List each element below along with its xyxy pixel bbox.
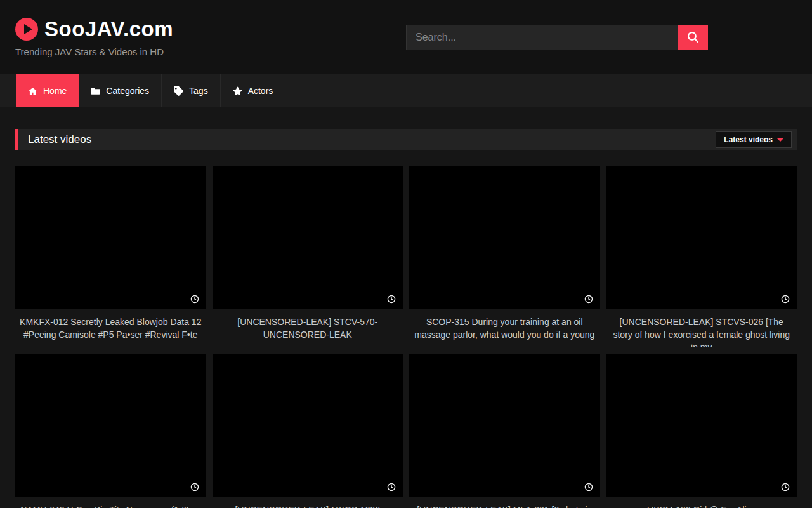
clock-icon [190,295,199,304]
site-tagline: Trending JAV Stars & Videos in HD [15,46,406,57]
clock-icon [190,483,199,491]
search-bar [406,25,708,50]
clock-icon [584,483,593,491]
site-header: SooJAV.com Trending JAV Stars & Videos i… [0,0,812,74]
home-icon [28,86,37,96]
caret-down-icon [777,138,783,142]
video-title[interactable]: KMKFX-012 Secretly Leaked Blowjob Data 1… [15,309,206,347]
nav-item-label: Categories [106,86,149,96]
clock-icon [781,295,790,304]
video-title[interactable]: [UNCENSORED-LEAK] MXGS-1296 Absolutely [213,497,403,508]
video-card: [UNCENSORED-LEAK] MXGS-1296 Absolutely [213,354,403,508]
nav-item-actors[interactable]: Actors [221,74,286,107]
tag-icon [174,86,183,96]
video-card: UPSM-186 Girl @ Era Alice [606,354,797,508]
nav-item-label: Actors [248,86,273,96]
video-thumbnail[interactable] [213,354,403,497]
clock-icon [781,483,790,491]
search-icon [688,32,698,43]
folder-icon [91,86,100,96]
video-card: NAMH-043 H Cup Big Tits Newcomer (170cm … [15,354,206,508]
video-title[interactable]: [UNCENSORED-LEAK] STCV-570-UNCENSORED-LE… [213,309,403,347]
video-thumbnail[interactable] [606,166,797,309]
nav-item-tags[interactable]: Tags [162,74,221,107]
video-thumbnail[interactable] [213,166,403,309]
site-logo-text: SooJAV.com [44,17,173,41]
clock-icon [584,295,593,304]
search-input[interactable] [406,25,678,50]
sort-dropdown-label: Latest videos [724,135,773,144]
video-card: SCOP-315 During your training at an oil … [409,166,600,347]
clock-icon [387,295,396,304]
section-header: Latest videos Latest videos [15,129,797,150]
video-title[interactable]: NAMH-043 H Cup Big Tits Newcomer (170cm … [15,497,206,508]
video-thumbnail[interactable] [409,166,600,309]
section-title: Latest videos [28,133,91,146]
play-circle-icon [15,18,38,41]
video-thumbnail[interactable] [15,166,206,309]
main-nav: Home Categories Tags Actors [0,74,812,107]
sort-dropdown[interactable]: Latest videos [716,131,792,148]
video-card: KMKFX-012 Secretly Leaked Blowjob Data 1… [15,166,206,347]
search-button[interactable] [678,25,708,50]
nav-item-home[interactable]: Home [16,74,79,107]
star-icon [233,86,242,96]
nav-item-label: Home [43,86,67,96]
video-title[interactable]: [UNCENSORED-LEAK] MLA-231 [3 shots in [409,497,600,508]
nav-item-categories[interactable]: Categories [79,74,162,107]
video-grid: KMKFX-012 Secretly Leaked Blowjob Data 1… [15,166,797,508]
clock-icon [387,483,396,491]
video-title[interactable]: [UNCENSORED-LEAK] STCVS-026 [The story o… [606,309,797,347]
video-thumbnail[interactable] [409,354,600,497]
video-card: [UNCENSORED-LEAK] MLA-231 [3 shots in [409,354,600,508]
video-card: [UNCENSORED-LEAK] STCVS-026 [The story o… [606,166,797,347]
video-title[interactable]: SCOP-315 During your training at an oil … [409,309,600,347]
nav-item-label: Tags [189,86,208,96]
site-logo[interactable]: SooJAV.com [15,17,406,41]
logo-block: SooJAV.com Trending JAV Stars & Videos i… [15,17,406,57]
video-thumbnail[interactable] [606,354,797,497]
video-title[interactable]: UPSM-186 Girl @ Era Alice [606,497,797,508]
video-card: [UNCENSORED-LEAK] STCV-570-UNCENSORED-LE… [213,166,403,347]
video-thumbnail[interactable] [15,354,206,497]
